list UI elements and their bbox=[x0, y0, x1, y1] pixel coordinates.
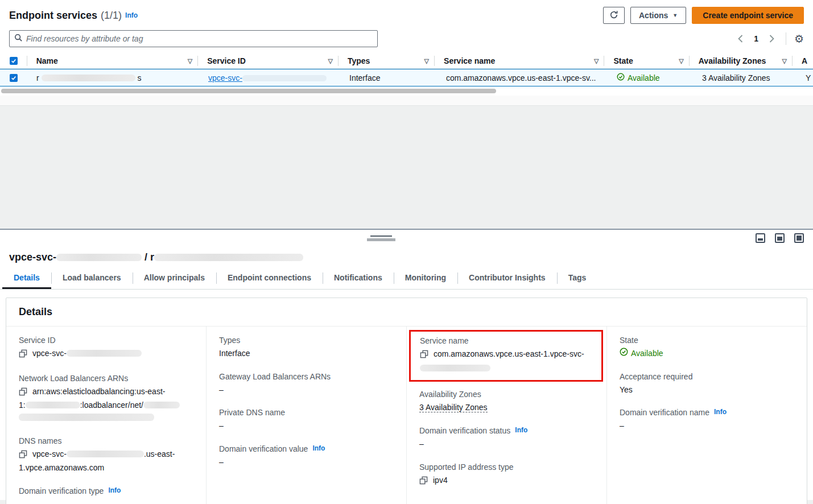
redacted-text bbox=[56, 254, 142, 261]
status-badge: Available bbox=[628, 73, 660, 82]
details-column-1: Service ID vpce-svc- Network Load Balanc… bbox=[6, 327, 206, 504]
availability-zones-popover-link[interactable]: 3 Availability Zones bbox=[702, 73, 770, 82]
cell-availability-zones: 3 Availability Zones bbox=[693, 73, 797, 82]
column-header-types[interactable]: Types ▽ bbox=[339, 53, 435, 68]
column-header-service-name[interactable]: Service name ▽ bbox=[435, 53, 604, 68]
previous-page-icon[interactable] bbox=[734, 33, 746, 44]
redacted-text bbox=[420, 365, 490, 371]
redacted-text bbox=[143, 402, 180, 408]
status-badge: Available bbox=[631, 348, 663, 360]
panel-size-small-icon[interactable] bbox=[756, 233, 765, 243]
actions-button-label: Actions bbox=[639, 11, 668, 20]
details-column-3: Service name com.amazonaws.vpce.us-east-… bbox=[406, 327, 606, 504]
page-number[interactable]: 1 bbox=[752, 34, 761, 43]
cell-state: Available bbox=[608, 73, 693, 82]
create-endpoint-service-button[interactable]: Create endpoint service bbox=[692, 7, 804, 24]
column-header-state[interactable]: State ▽ bbox=[604, 53, 689, 68]
copy-icon[interactable] bbox=[19, 349, 27, 362]
column-header-partial[interactable]: A bbox=[793, 53, 813, 68]
copy-icon[interactable] bbox=[19, 387, 27, 400]
page-background-gap bbox=[0, 106, 813, 229]
copy-icon[interactable] bbox=[419, 476, 428, 489]
chevron-down-icon: ▼ bbox=[672, 13, 678, 18]
info-link[interactable]: Info bbox=[108, 486, 121, 494]
tab-tags[interactable]: Tags bbox=[557, 269, 598, 289]
endpoint-services-table: Name ▽ Service ID ▽ Types ▽ Service name… bbox=[0, 53, 813, 94]
column-header-name[interactable]: Name ▽ bbox=[27, 53, 198, 68]
table-footer-pad bbox=[0, 96, 813, 106]
tab-notifications[interactable]: Notifications bbox=[323, 269, 394, 289]
sort-icon[interactable]: ▽ bbox=[424, 57, 429, 65]
tab-contributor-insights[interactable]: Contributor Insights bbox=[457, 269, 557, 289]
details-card-heading: Details bbox=[6, 298, 807, 327]
search-box[interactable] bbox=[9, 30, 378, 47]
page-title: Endpoint services bbox=[9, 10, 97, 22]
gateway-load-balancers-arns-field: Gateway Load Balancers ARNs – bbox=[219, 372, 393, 396]
private-dns-name-field: Private DNS name – bbox=[219, 408, 393, 432]
sort-icon[interactable]: ▽ bbox=[679, 57, 683, 65]
redacted-text bbox=[26, 402, 80, 408]
status-available-icon bbox=[617, 73, 625, 82]
cell-partial: Y bbox=[797, 73, 813, 82]
availability-zones-field: Availability Zones 3 Availability Zones bbox=[419, 390, 593, 414]
tab-details[interactable]: Details bbox=[2, 269, 51, 289]
acceptance-required-field: Acceptance required Yes bbox=[620, 372, 793, 396]
cell-service-name: com.amazonaws.vpce.us-east-1.vpce-sv... bbox=[437, 73, 608, 82]
page-header: Endpoint services (1/1) Info bbox=[9, 10, 138, 22]
select-all-checkbox[interactable] bbox=[10, 57, 18, 65]
tab-monitoring[interactable]: Monitoring bbox=[394, 269, 457, 289]
next-page-icon[interactable] bbox=[766, 33, 778, 44]
tab-allow-principals[interactable]: Allow principals bbox=[133, 269, 216, 289]
refresh-button[interactable] bbox=[603, 7, 625, 24]
search-input[interactable] bbox=[26, 34, 373, 43]
dns-names-field: DNS names vpce-svc-.us-east- 1.vpce.amaz… bbox=[19, 436, 192, 474]
state-field: State Available bbox=[620, 336, 793, 360]
info-link[interactable]: Info bbox=[714, 408, 727, 416]
divider bbox=[786, 32, 786, 45]
actions-button[interactable]: Actions ▼ bbox=[630, 7, 686, 24]
sort-icon[interactable]: ▽ bbox=[188, 57, 192, 65]
redacted-text bbox=[67, 451, 144, 457]
panel-title: vpce-svc- / r bbox=[0, 249, 813, 269]
service-name-field-highlighted: Service name com.amazonaws.vpce.us-east-… bbox=[409, 330, 603, 382]
service-id-field: Service ID vpce-svc- bbox=[19, 336, 192, 362]
status-available-icon bbox=[620, 348, 628, 360]
network-load-balancers-arns-field: Network Load Balancers ARNs arn:aws:elas… bbox=[19, 374, 192, 424]
supported-ip-address-type-field: Supported IP address type ipv4 bbox=[419, 462, 593, 489]
endpoint-services-list-section: Endpoint services (1/1) Info Actions ▼ C… bbox=[0, 0, 813, 106]
column-header-service-id[interactable]: Service ID ▽ bbox=[198, 53, 339, 68]
cell-service-id: vpce-svc- bbox=[199, 73, 340, 82]
redacted-text bbox=[67, 350, 142, 357]
info-link[interactable]: Info bbox=[312, 444, 325, 452]
panel-size-medium-icon[interactable] bbox=[775, 233, 785, 243]
copy-icon[interactable] bbox=[420, 350, 428, 362]
redacted-text bbox=[42, 75, 135, 81]
panel-size-full-icon[interactable] bbox=[794, 233, 804, 243]
availability-zones-popover-link[interactable]: 3 Availability Zones bbox=[419, 403, 488, 412]
sort-icon[interactable]: ▽ bbox=[328, 57, 332, 65]
copy-icon[interactable] bbox=[19, 450, 27, 462]
settings-gear-icon[interactable]: ⚙ bbox=[794, 34, 804, 44]
cell-types: Interface bbox=[340, 73, 437, 82]
column-header-availability-zones[interactable]: Availability Zones ▽ bbox=[690, 53, 793, 68]
resource-count: (1/1) bbox=[101, 10, 122, 22]
horizontal-scrollbar bbox=[0, 89, 813, 94]
info-link[interactable]: Info bbox=[515, 426, 527, 434]
row-checkbox[interactable] bbox=[10, 74, 18, 82]
header-info-link[interactable]: Info bbox=[125, 11, 138, 19]
domain-verification-value-field: Domain verification value Info – bbox=[219, 444, 393, 469]
horizontal-scrollbar-thumb[interactable] bbox=[1, 89, 496, 93]
search-icon bbox=[14, 34, 23, 44]
split-panel-drag-handle[interactable] bbox=[367, 236, 395, 241]
refresh-icon bbox=[609, 10, 618, 21]
pagination: 1 ⚙ bbox=[734, 32, 804, 45]
domain-verification-name-field: Domain verification name Info – bbox=[620, 408, 793, 432]
tab-endpoint-connections[interactable]: Endpoint connections bbox=[216, 269, 323, 289]
table-row[interactable]: r s vpce-svc- Interface com.amazonaws.vp… bbox=[0, 69, 813, 86]
tab-load-balancers[interactable]: Load balancers bbox=[51, 269, 133, 289]
service-id-link[interactable]: vpce-svc- bbox=[208, 73, 327, 82]
row-select-cell bbox=[0, 74, 27, 82]
cell-name: r s bbox=[27, 73, 199, 82]
sort-icon[interactable]: ▽ bbox=[782, 57, 786, 65]
sort-icon[interactable]: ▽ bbox=[594, 57, 599, 65]
